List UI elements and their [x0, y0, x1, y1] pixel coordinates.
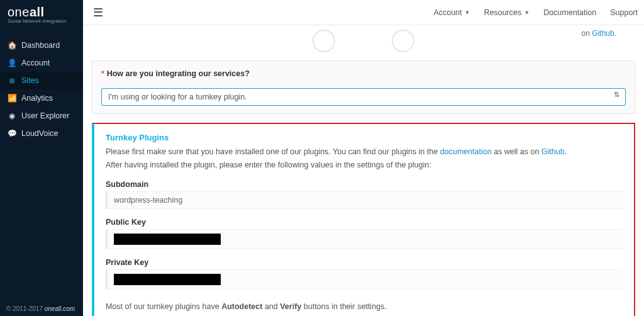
sidebar-item-dashboard-icon: 🏠	[8, 41, 16, 50]
turnkey-text: as well as on	[492, 147, 541, 156]
sidebar-item-loudvoice[interactable]: 💬LoudVoice	[0, 125, 83, 142]
private-key-value	[106, 269, 623, 290]
sidebar-item-user-explorer-icon: ◉	[8, 111, 16, 120]
hero-github-link[interactable]: Github	[592, 29, 614, 38]
content: on Github. * How are you integrating our…	[83, 25, 644, 316]
documentation-link[interactable]: documentation	[440, 147, 492, 156]
topnav-label: Account	[433, 8, 462, 17]
footer-link[interactable]: oneall.com	[45, 305, 75, 312]
integration-question: How are you integrating our services?	[107, 69, 250, 78]
turnkey-text: .	[565, 147, 567, 156]
topnav-account[interactable]: Account▼	[433, 8, 470, 17]
sidebar-nav: 🏠Dashboard👤Account≣Sites📶Analytics◉User …	[0, 37, 83, 142]
footer-copyright: © 2011-2017	[6, 305, 45, 312]
integration-question-row: * How are you integrating our services?	[101, 69, 626, 78]
note-text: buttons in their settings.	[301, 302, 387, 311]
topnav-documentation[interactable]: Documentation	[543, 8, 596, 17]
integration-select-wrap: I'm using or looking for a turnkey plugi…	[101, 83, 626, 106]
public-key-value	[106, 229, 623, 249]
sidebar-item-user-explorer[interactable]: ◉User Explorer	[0, 107, 83, 125]
sidebar-item-label: Analytics	[21, 94, 53, 103]
public-key-field: Public Key	[106, 218, 623, 249]
sidebar-item-label: Account	[21, 59, 50, 67]
sidebar-item-label: LoudVoice	[21, 129, 58, 138]
sidebar-item-label: Dashboard	[21, 41, 60, 50]
note-bold: Autodetect	[221, 302, 262, 311]
subdomain-value: wordpress-teaching	[106, 191, 623, 209]
brand-suffix: all	[30, 5, 45, 19]
sidebar-item-analytics-icon: 📶	[8, 94, 16, 103]
topnav-label: Documentation	[543, 8, 596, 17]
github-link[interactable]: Github	[541, 147, 565, 156]
main: ☰ Account▼Resources▼DocumentationSupport…	[83, 0, 644, 316]
caret-down-icon: ▼	[465, 9, 470, 16]
sidebar-item-label: Sites	[21, 76, 39, 85]
hero-circle-icon	[313, 30, 335, 52]
turnkey-intro-2: After having installed the plugin, pleas…	[106, 159, 623, 171]
subdomain-label: Subdomain	[106, 180, 623, 189]
note-autodetect: Most of our turnkey plugins have Autodet…	[106, 301, 623, 313]
topbar: ☰ Account▼Resources▼DocumentationSupport	[83, 0, 644, 25]
sidebar-item-loudvoice-icon: 💬	[8, 129, 16, 138]
brand-logo: oneall	[8, 5, 75, 20]
hero-text-suffix: .	[614, 29, 616, 38]
hero-text-prefix: on	[582, 29, 592, 38]
brand-tagline: Social Network Integration	[8, 18, 75, 24]
turnkey-notes: Most of our turnkey plugins have Autodet…	[106, 301, 623, 317]
sidebar-item-label: User Explorer	[21, 111, 69, 120]
sidebar-item-account[interactable]: 👤Account	[0, 54, 83, 72]
hero-text: on Github.	[582, 29, 616, 38]
note-text: and	[262, 302, 280, 311]
private-key-field: Private Key	[106, 258, 623, 290]
redacted-value	[114, 234, 221, 245]
note-bold: Verify	[280, 302, 301, 311]
sidebar-footer: © 2011-2017 oneall.com	[0, 302, 83, 316]
integration-select[interactable]: I'm using or looking for a turnkey plugi…	[101, 88, 626, 106]
topnav-label: Resources	[484, 8, 521, 17]
sidebar-item-sites-icon: ≣	[8, 76, 16, 85]
turnkey-intro-1: Please first make sure that you have ins…	[106, 146, 623, 158]
public-key-label: Public Key	[106, 218, 623, 227]
brand-prefix: one	[8, 5, 30, 19]
sidebar-item-sites[interactable]: ≣Sites	[0, 72, 83, 89]
turnkey-text: Please first make sure that you have ins…	[106, 147, 440, 156]
turnkey-panel: Turnkey Plugins Please first make sure t…	[92, 123, 635, 316]
turnkey-heading: Turnkey Plugins	[106, 133, 623, 142]
caret-down-icon: ▼	[524, 9, 530, 16]
topnav: Account▼Resources▼DocumentationSupport	[433, 8, 638, 17]
hero-circle-icon	[392, 30, 414, 52]
integration-panel: * How are you integrating our services? …	[92, 60, 635, 114]
redacted-value	[114, 274, 221, 285]
brand: oneall Social Network Integration	[0, 0, 83, 28]
sidebar-item-dashboard[interactable]: 🏠Dashboard	[0, 37, 83, 54]
subdomain-field: Subdomain wordpress-teaching	[106, 180, 623, 209]
sidebar-item-account-icon: 👤	[8, 59, 16, 67]
private-key-label: Private Key	[106, 258, 623, 267]
topnav-label: Support	[610, 8, 638, 17]
topnav-resources[interactable]: Resources▼	[484, 8, 530, 17]
note-text: Most of our turnkey plugins have	[106, 302, 221, 311]
hamburger-icon[interactable]: ☰	[89, 3, 107, 22]
hero-graphics	[313, 30, 414, 52]
topnav-support[interactable]: Support	[610, 8, 638, 17]
sidebar: oneall Social Network Integration 🏠Dashb…	[0, 0, 83, 316]
sidebar-item-analytics[interactable]: 📶Analytics	[0, 89, 83, 107]
required-asterisk: *	[101, 69, 104, 78]
hero: on Github.	[92, 25, 635, 57]
